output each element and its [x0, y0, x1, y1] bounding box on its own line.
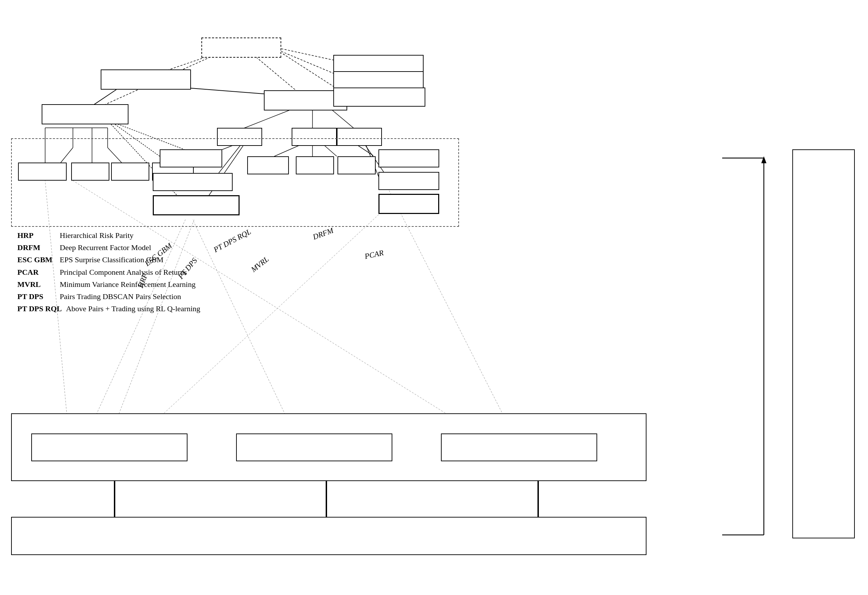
asset-management-node [201, 37, 281, 58]
recursive-learning-region [792, 149, 855, 539]
unsupervised-learning-node [236, 434, 392, 461]
portfolio-construction-node [101, 70, 191, 90]
svg-line-4 [281, 52, 337, 75]
svg-line-2 [254, 55, 302, 96]
svg-line-43 [193, 219, 298, 443]
weight-optimisation-node [42, 104, 128, 124]
mvrl-label: MVRL [249, 255, 270, 274]
reinforcement-learning-node [441, 434, 597, 461]
supervised-learning-node [31, 434, 187, 461]
infrastructure-dev-node [333, 87, 425, 107]
pt-dps-rql-label: PT DPS RQL [212, 227, 253, 254]
drfm-label: DRFM [311, 226, 334, 241]
legend-area: HRPHierarchical Risk Parity DRFMDeep Rec… [17, 229, 200, 315]
svg-line-5 [283, 54, 337, 89]
pcar-label: PCAR [364, 248, 384, 261]
outputs-node [11, 517, 647, 555]
svg-line-3 [278, 48, 337, 61]
strategies-region [11, 138, 459, 227]
